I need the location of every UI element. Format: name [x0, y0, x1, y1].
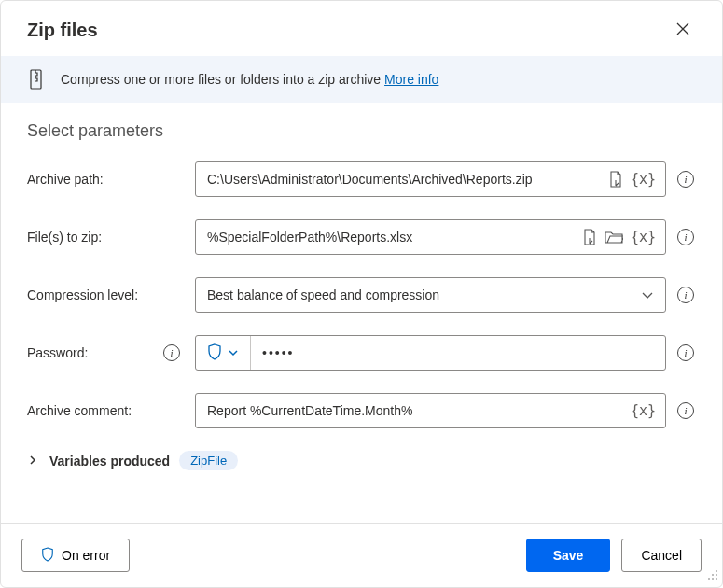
content-area: Select parameters Archive path: {x} i Fi… — [1, 103, 722, 523]
svg-point-4 — [708, 578, 710, 580]
label-password: Password: i — [27, 344, 186, 361]
variables-produced-row[interactable]: Variables produced ZipFile — [27, 451, 696, 470]
variables-label: Variables produced — [49, 454, 170, 469]
field-password — [195, 335, 666, 371]
section-title: Select parameters — [27, 121, 696, 141]
row-compression-level: Compression level: Best balance of speed… — [27, 277, 696, 313]
info-icon[interactable]: i — [677, 171, 694, 188]
variable-chip[interactable]: ZipFile — [179, 451, 238, 470]
info-icon[interactable]: i — [677, 229, 694, 245]
select-compression-level[interactable]: Best balance of speed and compression — [195, 277, 666, 313]
label-archive-path: Archive path: — [27, 172, 186, 187]
info-icon[interactable]: i — [677, 287, 694, 303]
info-icon[interactable]: i — [677, 344, 694, 361]
close-button[interactable] — [670, 16, 696, 45]
variable-picker-icon[interactable]: {x} — [631, 229, 656, 245]
row-archive-comment: Archive comment: {x} i — [27, 393, 696, 428]
chevron-right-icon — [27, 454, 38, 469]
folder-picker-icon[interactable] — [605, 230, 623, 245]
label-compression-level: Compression level: — [27, 287, 186, 302]
input-password[interactable] — [251, 336, 665, 370]
shield-icon — [41, 547, 54, 565]
zip-icon — [27, 69, 48, 90]
row-password: Password: i i — [27, 335, 696, 371]
dialog-footer: On error Save Cancel — [1, 523, 722, 587]
input-archive-comment[interactable] — [196, 394, 621, 427]
input-files-to-zip[interactable] — [196, 220, 573, 254]
password-mode-selector[interactable] — [196, 336, 251, 370]
info-icon[interactable]: i — [163, 344, 180, 361]
close-icon — [675, 21, 690, 36]
field-archive-comment: {x} — [195, 393, 666, 428]
on-error-button[interactable]: On error — [21, 539, 130, 572]
banner-text: Compress one or more files or folders in… — [61, 72, 438, 87]
row-files-to-zip: File(s) to zip: {x} i — [27, 219, 696, 255]
info-icon[interactable]: i — [677, 402, 694, 419]
row-archive-path: Archive path: {x} i — [27, 161, 696, 197]
input-archive-path[interactable] — [196, 162, 599, 196]
field-files-to-zip: {x} — [195, 219, 666, 255]
info-banner: Compress one or more files or folders in… — [1, 56, 722, 103]
resize-handle[interactable] — [706, 568, 719, 584]
svg-point-2 — [712, 574, 714, 576]
svg-point-1 — [716, 570, 717, 572]
dialog-title: Zip files — [27, 20, 98, 41]
save-button[interactable]: Save — [526, 539, 611, 572]
svg-point-5 — [712, 578, 714, 580]
cancel-button[interactable]: Cancel — [621, 539, 702, 572]
label-files-to-zip: File(s) to zip: — [27, 230, 186, 245]
svg-point-3 — [716, 574, 717, 576]
more-info-link[interactable]: More info — [384, 72, 438, 87]
chevron-down-icon — [630, 278, 665, 312]
variable-picker-icon[interactable]: {x} — [631, 171, 656, 188]
svg-point-6 — [716, 578, 717, 580]
file-picker-icon[interactable] — [608, 171, 623, 188]
chevron-down-icon — [228, 347, 239, 358]
select-value: Best balance of speed and compression — [196, 278, 630, 312]
field-archive-path: {x} — [195, 161, 666, 197]
file-picker-icon[interactable] — [582, 229, 597, 245]
shield-icon — [207, 343, 222, 363]
label-archive-comment: Archive comment: — [27, 403, 186, 418]
variable-picker-icon[interactable]: {x} — [631, 402, 656, 419]
dialog-header: Zip files — [1, 1, 722, 56]
